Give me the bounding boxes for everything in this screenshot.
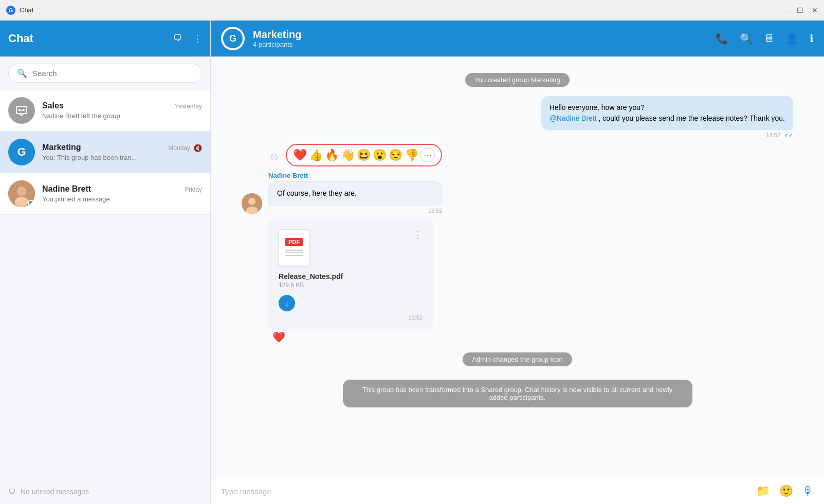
my-message-row: Hello everyone, how are you? @Nadine Bre… <box>242 96 793 139</box>
chat-item-nadine[interactable]: Nadine Brett Friday You pinned a message <box>0 173 210 215</box>
titlebar-left: G Chat <box>6 6 33 15</box>
svg-point-8 <box>248 198 255 205</box>
my-message-bubble: Hello everyone, how are you? @Nadine Bre… <box>541 96 793 130</box>
message-input[interactable] <box>221 487 748 496</box>
system-created-bubble: You created group Marketing <box>465 73 569 87</box>
sidebar-header-icons: 🗨 ⋮ <box>173 33 202 44</box>
chat-time-marketing: Monday <box>168 144 190 152</box>
nadine-message-time: 13:52 <box>268 208 442 214</box>
chat-info-sales: Sales Yesterday Nadine Brett left the gr… <box>42 101 202 120</box>
main-layout: Chat 🗨 ⋮ 🔍 <box>0 21 824 504</box>
pdf-attachment: PDF ⋮ Release_Notes.pdf 129.6 KB <box>268 219 433 343</box>
pdf-time: 13:52 <box>279 314 423 321</box>
emoji-wave[interactable]: 👋 <box>341 148 355 162</box>
pdf-lines <box>285 248 303 257</box>
chat-name-nadine: Nadine Brett <box>42 184 91 194</box>
my-message-time: 13:52 ✓✓ <box>541 132 793 139</box>
chat-area: G Marketing 4 participants 📞 🔍 🖥 👤 ℹ You… <box>211 21 824 504</box>
svg-rect-0 <box>16 106 27 114</box>
search-icon: 🔍 <box>17 68 27 78</box>
chat-preview-sales: Nadine Brett left the group <box>42 112 202 120</box>
my-message-mention: @Nadine Brett <box>550 114 597 122</box>
pdf-menu-icon[interactable]: ⋮ <box>413 229 423 240</box>
chat-top-nadine: Nadine Brett Friday <box>42 184 202 194</box>
muted-icon: 🔇 <box>193 144 202 152</box>
chat-preview-marketing: You: This group has been tran... <box>42 154 202 161</box>
avatar-nadine <box>8 180 35 207</box>
compose-icon[interactable]: 🗨 <box>173 33 182 44</box>
messages-area: You created group Marketing Hello everyo… <box>211 57 824 478</box>
pdf-filesize: 129.6 KB <box>279 282 423 289</box>
chat-name-sales: Sales <box>42 101 64 110</box>
system-msg-shared: This group has been transformed into a S… <box>242 380 793 407</box>
emoji-fire[interactable]: 🔥 <box>325 148 339 162</box>
chat-info-marketing: Marketing Monday 🔇 You: This group has b… <box>42 143 202 161</box>
avatar-marketing: G <box>8 139 35 165</box>
emoji-more-button[interactable]: ⋯ <box>420 148 435 162</box>
pdf-filename: Release_Notes.pdf <box>279 272 423 281</box>
call-icon[interactable]: 📞 <box>716 32 728 45</box>
more-options-icon[interactable]: ⋮ <box>193 33 202 44</box>
message-input-area: 📁 🙂 🎙 <box>211 478 824 504</box>
chat-list: Sales Yesterday Nadine Brett left the gr… <box>0 90 210 479</box>
reaction-smiley: ☺ <box>268 150 280 163</box>
read-ticks: ✓✓ <box>784 132 793 138</box>
system-msg-icon-changed: Admin changed the group icon <box>242 352 793 366</box>
nadine-message-wrap: ☺ ❤️ 👍 🔥 👋 😆 😮 😒 👎 ⋯ <box>268 144 442 214</box>
app-logo: G <box>6 6 15 15</box>
chat-preview-nadine: You pinned a message <box>42 195 202 203</box>
chat-header-name: Marketing <box>253 29 707 41</box>
emoji-reaction-bar[interactable]: ❤️ 👍 🔥 👋 😆 😮 😒 👎 ⋯ <box>286 144 442 166</box>
emoji-picker-icon[interactable]: 🙂 <box>779 484 793 498</box>
emoji-heart[interactable]: ❤️ <box>293 148 307 162</box>
emoji-thumbsdown[interactable]: 👎 <box>405 148 418 162</box>
heart-reaction: ❤️ <box>272 331 433 343</box>
chat-name-marketing: Marketing <box>42 143 81 152</box>
chat-info-nadine: Nadine Brett Friday You pinned a message <box>42 184 202 203</box>
minimize-button[interactable]: — <box>781 6 789 14</box>
mic-icon[interactable]: 🎙 <box>802 484 814 498</box>
chat-top-sales: Sales Yesterday <box>42 101 202 110</box>
search-input[interactable] <box>32 69 193 78</box>
emoji-laugh[interactable]: 😆 <box>357 148 371 162</box>
chat-top-marketing: Marketing Monday 🔇 <box>42 143 202 152</box>
chat-header-participants: 4 participants <box>253 41 707 48</box>
search-chat-icon[interactable]: 🔍 <box>740 32 753 45</box>
my-message-text1: Hello everyone, how are you? <box>550 103 645 111</box>
add-participant-icon[interactable]: 👤 <box>785 32 798 45</box>
app-title: Chat <box>20 6 33 14</box>
attachment-icon[interactable]: 📁 <box>756 484 770 498</box>
sidebar-footer: 🗨 No unread messages <box>0 479 210 504</box>
message-input-icons: 📁 🙂 🎙 <box>756 484 814 498</box>
sidebar-header: Chat 🗨 ⋮ <box>0 21 210 57</box>
info-icon[interactable]: ℹ <box>810 32 814 45</box>
chat-header-info: Marketing 4 participants <box>253 29 707 48</box>
pdf-badge: PDF <box>285 238 303 246</box>
chat-time-sales: Yesterday <box>175 103 202 110</box>
nadine-message-bubble: Of course, here they are. <box>268 181 442 206</box>
window-controls[interactable]: — ☐ ✕ <box>781 6 818 14</box>
emoji-sad[interactable]: 😒 <box>389 148 402 162</box>
online-indicator-nadine <box>28 200 34 206</box>
chat-header-avatar: G <box>221 27 245 50</box>
nadine-sender-name: Nadine Brett <box>268 172 442 179</box>
my-message-text2: , could you please send me the release n… <box>599 114 785 122</box>
system-icon-changed-bubble: Admin changed the group icon <box>463 352 572 366</box>
pdf-icon: PDF <box>279 229 309 266</box>
chat-item-sales[interactable]: Sales Yesterday Nadine Brett left the gr… <box>0 90 210 132</box>
chat-time-nadine: Friday <box>185 186 202 193</box>
titlebar: G Chat — ☐ ✕ <box>0 0 824 21</box>
screen-share-icon[interactable]: 🖥 <box>764 32 774 45</box>
search-input-wrap: 🔍 <box>8 64 202 83</box>
pdf-download-button[interactable]: ↓ <box>279 295 295 311</box>
chat-item-marketing[interactable]: G Marketing Monday 🔇 You: This group has… <box>0 132 210 173</box>
pdf-header: PDF ⋮ <box>279 229 423 266</box>
emoji-thumbsup[interactable]: 👍 <box>309 148 323 162</box>
svg-point-5 <box>15 197 28 207</box>
emoji-wow[interactable]: 😮 <box>373 148 387 162</box>
maximize-button[interactable]: ☐ <box>797 6 803 14</box>
svg-point-6 <box>17 186 26 196</box>
shared-group-bubble: This group has been transformed into a S… <box>343 380 692 407</box>
close-button[interactable]: ✕ <box>812 6 818 14</box>
nadine-message-row: ☺ ❤️ 👍 🔥 👋 😆 😮 😒 👎 ⋯ <box>242 144 793 214</box>
